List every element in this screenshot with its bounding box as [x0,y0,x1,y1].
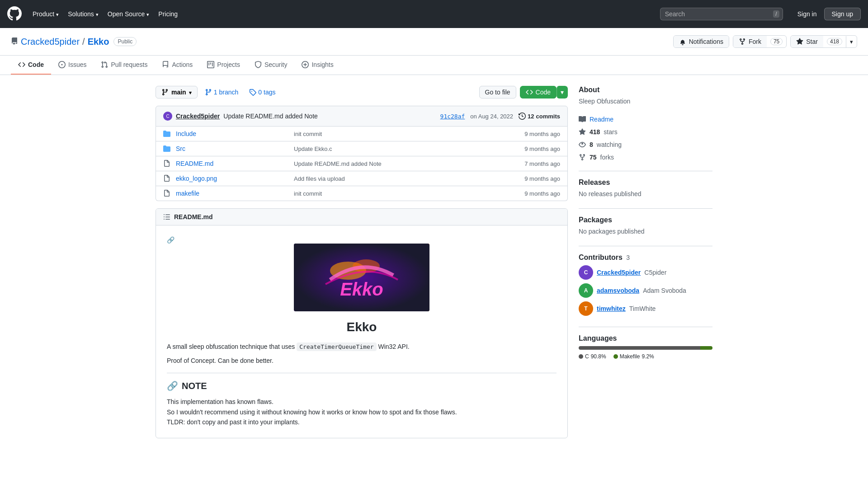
list-item: C 90.8% [579,353,606,360]
auth-buttons: Sign in Sign up [794,8,861,20]
file-name[interactable]: Include [176,130,288,137]
signin-button[interactable]: Sign in [794,8,821,20]
commit-author-link[interactable]: Cracked5pider [176,113,220,120]
commit-message: Update README.md added Note [223,113,318,120]
table-row: Src Update Ekko.c 9 months ago [156,141,567,156]
sidebar-forks-stat: 75 forks [579,154,712,161]
signup-button[interactable]: Sign up [824,8,861,20]
file-name[interactable]: ekko_logo.png [176,175,288,182]
note-anchor-icon[interactable]: 🔗 [167,380,178,391]
fork-button[interactable]: Fork [733,36,767,47]
forks-count: 75 [590,154,597,161]
readme-project-title: Ekko [167,320,557,334]
file-icon [163,175,170,182]
ekko-decorative-image: Ekko [294,244,429,311]
lang-makefile-bar [700,346,712,350]
file-commit-msg: init commit [294,190,519,197]
notifications-label: Notifications [689,38,723,45]
repo-actions: Notifications Fork 75 Star 418 ▾ [673,35,857,48]
readme-anchor-icon[interactable]: 🔗 [167,236,175,244]
contributor-username-1[interactable]: Cracked5pider [597,269,641,276]
notifications-button[interactable]: Notifications [674,36,729,47]
folder-icon [163,145,170,152]
sidebar-languages-title: Languages [579,334,712,343]
repo-sidebar: About Sleep Obfuscation Readme 418 stars… [579,86,712,438]
code-dropdown-button[interactable]: ▾ [557,86,568,99]
tab-issues[interactable]: Issues [51,56,94,75]
search-bar: / [660,8,783,20]
sidebar-stats: Readme 418 stars 8 watching 75 forks [579,116,712,164]
file-icon [163,160,170,167]
contributor-username-3[interactable]: timwhitez [597,305,626,312]
sidebar-readme-stat: Readme [579,116,712,123]
sidebar-watching-stat: 8 watching [579,141,712,148]
sidebar-packages-title: Packages [579,216,712,224]
languages-legend: C 90.8% Makefile 9.2% [579,353,712,360]
nav-opensource[interactable]: Open Source [104,8,153,20]
repo-name-link[interactable]: Ekko [88,37,109,47]
table-row: makefile init commit 9 months ago [156,186,567,201]
file-name[interactable]: makefile [176,190,288,197]
branch-chevron [189,89,192,96]
sidebar-divider-4 [579,327,712,327]
sidebar-languages-section: Languages C 90.8% Makefile 9.2% [579,334,712,360]
branch-bar: main 1 branch 0 tags Go to file [156,86,568,99]
sidebar-contributors-section: Contributors 3 C Cracked5pider C5pider A… [579,253,712,316]
nav-solutions[interactable]: Solutions [64,8,102,20]
tab-insights[interactable]: Insights [294,56,340,75]
tab-security[interactable]: Security [247,56,295,75]
sidebar-contributors-title: Contributors 3 [579,253,712,262]
github-logo[interactable] [7,6,22,22]
file-time: 7 months ago [524,160,560,167]
contributor-realname-1: C5pider [644,269,666,276]
fork-label: Fork [749,38,761,45]
commit-sha-link[interactable]: 91c28af [440,113,465,120]
sidebar-divider-2 [579,208,712,209]
contributor-username-2[interactable]: adamsvoboda [597,287,639,294]
sidebar-about-section: About Sleep Obfuscation [579,86,712,105]
tag-count-button[interactable]: 0 tags [245,86,279,98]
list-item: Makefile 9.2% [613,353,654,360]
visibility-badge: Public [113,37,137,46]
top-nav: Product Solutions Open Source Pricing / … [0,0,868,28]
lang-c-bar [579,346,700,350]
file-name[interactable]: Src [176,145,288,152]
branch-count-button[interactable]: 1 branch [201,86,242,98]
readme-ekko-image: Ekko [294,244,429,311]
nav-product[interactable]: Product [29,8,62,20]
star-group: Star 418 ▾ [790,35,857,48]
tab-projects[interactable]: Projects [200,56,247,75]
tab-pull-requests[interactable]: Pull requests [94,56,155,75]
branch-bar-left: main 1 branch 0 tags [156,86,279,99]
nav-pricing[interactable]: Pricing [155,8,181,20]
tab-code[interactable]: Code [11,56,51,75]
branch-select-button[interactable]: main [156,86,198,99]
contributor-avatar-3: T [579,301,593,316]
sidebar-about-desc: Sleep Obfuscation [579,98,712,105]
tab-actions[interactable]: Actions [155,56,200,75]
opensource-chevron [146,10,149,18]
file-commit-msg: Update README.md added Note [294,160,519,167]
sidebar-releases-desc: No releases published [579,190,712,197]
sidebar-divider-3 [579,246,712,246]
tab-nav: Code Issues Pull requests Actions Projec… [0,56,868,75]
file-name[interactable]: README.md [176,160,288,167]
code-button[interactable]: Code [520,86,557,99]
file-commit-msg: Update Ekko.c [294,145,519,152]
file-commit-msg: init commit [294,131,519,137]
readme-divider [167,373,557,373]
goto-file-button[interactable]: Go to file [479,86,516,99]
main-content: main 1 branch 0 tags Go to file [145,75,723,449]
eye-icon [579,141,586,148]
search-input[interactable] [660,8,783,20]
readme-code-span: CreateTimerQueueTimer [297,343,376,351]
readme-link[interactable]: Readme [590,116,613,123]
star-button[interactable]: Star [791,36,823,47]
repo-owner-link[interactable]: Cracked5pider [21,37,80,47]
svg-rect-0 [294,244,429,311]
star-dropdown-button[interactable]: ▾ [846,36,857,47]
commit-count: 12 commits [519,113,560,120]
table-row: README.md Update README.md added Note 7 … [156,156,567,171]
solutions-chevron [96,10,99,18]
readme-poc-text: Proof of Concept. Can be done better. [167,356,557,366]
